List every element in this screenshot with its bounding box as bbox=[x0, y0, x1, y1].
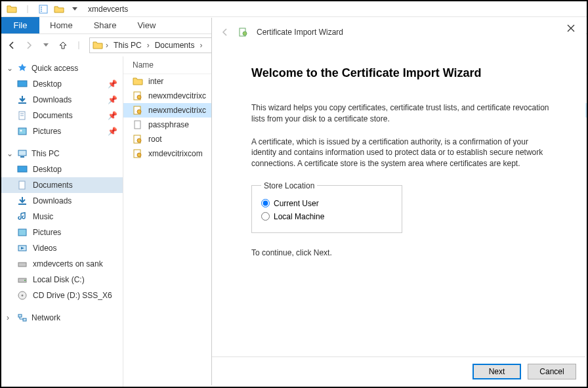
svg-point-37 bbox=[243, 32, 247, 35]
wizard-heading: Welcome to the Certificate Import Wizard bbox=[251, 66, 553, 80]
back-button[interactable] bbox=[7, 40, 17, 51]
tab-home[interactable]: Home bbox=[39, 17, 83, 33]
certificate-wizard-icon bbox=[238, 27, 249, 37]
sidebar-item-label: CD Drive (D:) SSS_X6 bbox=[33, 291, 112, 300]
certificate-icon bbox=[133, 134, 143, 144]
file-label: newxmdevcitrixc bbox=[148, 106, 206, 115]
pin-icon: 📌 bbox=[108, 127, 117, 136]
sidebar-item-pictures[interactable]: Pictures📌 bbox=[1, 123, 123, 139]
sidebar-item-pictures[interactable]: Pictures bbox=[1, 225, 123, 240]
radio-input[interactable] bbox=[261, 212, 270, 221]
file-label: root bbox=[148, 135, 162, 144]
window-title: xmdevcerts bbox=[88, 5, 128, 14]
file-label: newxmdevcitrixc bbox=[148, 91, 206, 100]
sidebar-label: Network bbox=[32, 313, 60, 322]
breadcrumb-documents[interactable]: Documents bbox=[152, 41, 198, 50]
certificate-icon bbox=[133, 105, 143, 116]
sidebar-item-label: Pictures bbox=[33, 228, 61, 237]
videos-icon bbox=[17, 243, 28, 253]
recent-dropdown-icon[interactable] bbox=[41, 40, 51, 51]
pictures-icon bbox=[17, 126, 28, 137]
sidebar-item-label: Downloads bbox=[33, 95, 72, 104]
sidebar: ⌄ Quick access Desktop📌 Downloads📌 Docum… bbox=[1, 56, 123, 387]
tab-view[interactable]: View bbox=[127, 17, 166, 33]
sidebar-quick-access[interactable]: ⌄ Quick access bbox=[1, 60, 123, 76]
svg-rect-31 bbox=[135, 121, 140, 129]
wizard-title: Certificate Import Wizard bbox=[257, 28, 343, 37]
sidebar-item-cd-drive[interactable]: CD Drive (D:) SSS_X6 bbox=[1, 288, 123, 303]
svg-point-30 bbox=[137, 110, 141, 114]
star-icon bbox=[17, 63, 28, 74]
drive-icon bbox=[17, 259, 28, 269]
radio-current-user[interactable]: Current User bbox=[261, 197, 392, 210]
sidebar-item-label: Videos bbox=[33, 244, 56, 253]
sidebar-item-desktop[interactable]: Desktop bbox=[1, 162, 123, 177]
tab-share[interactable]: Share bbox=[83, 17, 127, 33]
sidebar-item-documents[interactable]: Documents📌 bbox=[1, 108, 123, 123]
svg-rect-25 bbox=[18, 314, 22, 317]
sidebar-item-label: Pictures bbox=[33, 127, 61, 136]
music-icon bbox=[17, 211, 28, 222]
wizard-paragraph: A certificate, which is issued by a cert… bbox=[251, 137, 553, 169]
pin-icon: 📌 bbox=[108, 111, 117, 120]
svg-rect-15 bbox=[18, 166, 27, 172]
sidebar-item-desktop[interactable]: Desktop📌 bbox=[1, 76, 123, 92]
close-button[interactable] bbox=[562, 22, 580, 35]
sidebar-item-local-disk[interactable]: Local Disk (C:) bbox=[1, 272, 123, 288]
sidebar-label: This PC bbox=[32, 149, 60, 158]
radio-input[interactable] bbox=[261, 199, 270, 207]
cancel-button[interactable]: Cancel bbox=[528, 364, 576, 379]
sidebar-item-videos[interactable]: Videos bbox=[1, 240, 123, 256]
up-button[interactable] bbox=[58, 40, 68, 51]
svg-rect-6 bbox=[18, 81, 27, 87]
pictures-icon bbox=[17, 227, 28, 238]
quick-access-toolbar bbox=[1, 2, 83, 16]
sidebar-item-label: Desktop bbox=[33, 79, 62, 89]
sidebar-item-label: xmdevcerts on sank bbox=[33, 259, 103, 269]
sidebar-item-label: Local Disk (C:) bbox=[33, 275, 85, 284]
next-button[interactable]: Next bbox=[472, 364, 521, 379]
wizard-paragraph: This wizard helps you copy certificates,… bbox=[251, 102, 553, 125]
certificate-icon bbox=[133, 91, 143, 101]
folder-icon[interactable] bbox=[4, 2, 20, 16]
wizard-footer: Next Cancel bbox=[212, 356, 585, 385]
chevron-right-icon[interactable]: › bbox=[198, 41, 203, 50]
chevron-right-icon[interactable]: › bbox=[104, 41, 110, 50]
properties-icon[interactable] bbox=[35, 2, 51, 16]
folder-icon bbox=[93, 40, 103, 51]
store-location-fieldset: Store Location Current User Local Machin… bbox=[251, 181, 402, 233]
file-tab[interactable]: File bbox=[1, 17, 39, 33]
computer-icon bbox=[17, 148, 28, 159]
svg-point-12 bbox=[20, 130, 22, 132]
sidebar-item-downloads[interactable]: Downloads bbox=[1, 193, 123, 209]
radio-local-machine[interactable]: Local Machine bbox=[261, 210, 392, 223]
network-icon bbox=[17, 313, 28, 323]
svg-rect-18 bbox=[18, 229, 26, 236]
sidebar-label: Quick access bbox=[32, 64, 78, 73]
chevron-right-icon[interactable]: › bbox=[146, 41, 151, 50]
back-button[interactable] bbox=[220, 27, 230, 37]
file-label: xmdevcitrixcom bbox=[148, 149, 203, 158]
radio-label: Local Machine bbox=[274, 212, 324, 221]
chevron-right-icon: › bbox=[7, 313, 13, 322]
svg-rect-7 bbox=[18, 102, 26, 104]
qat-dropdown-icon[interactable] bbox=[67, 2, 83, 16]
breadcrumb-thispc[interactable]: This PC bbox=[111, 41, 144, 50]
sidebar-this-pc[interactable]: ⌄ This PC bbox=[1, 146, 123, 162]
file-label: passphrase bbox=[148, 120, 189, 129]
sidebar-item-downloads[interactable]: Downloads📌 bbox=[1, 92, 123, 108]
sidebar-network[interactable]: › Network bbox=[1, 310, 123, 326]
sidebar-item-documents[interactable]: Documents bbox=[1, 177, 123, 193]
sidebar-item-music[interactable]: Music bbox=[1, 209, 123, 225]
forward-button[interactable] bbox=[24, 40, 34, 51]
svg-point-2 bbox=[41, 7, 42, 8]
wizard-body: Welcome to the Certificate Import Wizard… bbox=[212, 47, 585, 356]
sidebar-item-network-share[interactable]: xmdevcerts on sank bbox=[1, 256, 123, 272]
svg-point-24 bbox=[22, 295, 24, 297]
svg-point-4 bbox=[41, 11, 42, 12]
sidebar-item-label: Documents bbox=[33, 181, 73, 190]
sidebar-item-label: Desktop bbox=[33, 165, 62, 174]
sidebar-item-label: Documents bbox=[33, 111, 73, 120]
new-folder-icon[interactable] bbox=[51, 2, 67, 16]
chevron-down-icon: ⌄ bbox=[7, 149, 13, 158]
